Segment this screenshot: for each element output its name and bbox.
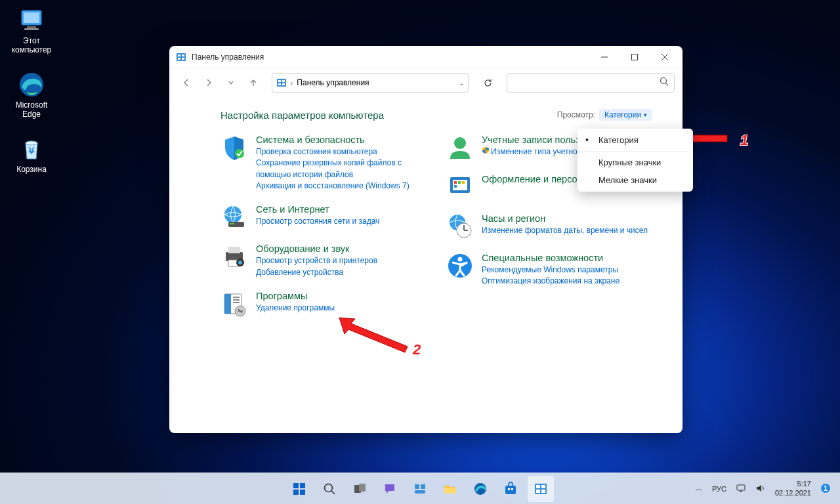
svg-rect-63 [415, 484, 419, 489]
titlebar[interactable]: Панель управления [169, 46, 682, 68]
taskbar-widgets-button[interactable] [407, 476, 433, 502]
taskbar-chat-button[interactable] [377, 476, 403, 502]
category-network: Сеть и Интернет Просмотр состояния сети … [220, 203, 427, 231]
category-link[interactable]: Просмотр состояния сети и задач [256, 216, 427, 227]
tray-notifications-icon[interactable]: 1 [820, 483, 831, 495]
svg-rect-58 [300, 490, 305, 495]
category-link[interactable]: Рекомендуемые Windows параметры [482, 264, 652, 276]
nav-toolbar: › Панель управления ⌄ [169, 68, 682, 97]
taskbar-store-button[interactable] [497, 476, 524, 502]
tray-time: 5:17 [775, 480, 811, 488]
svg-rect-19 [282, 83, 285, 85]
svg-rect-1 [24, 12, 39, 23]
svg-point-20 [661, 78, 667, 84]
category-system-security: Система и безопасность Проверка состояни… [220, 134, 427, 192]
tray-clock[interactable]: 5:17 02.12.2021 [775, 480, 811, 497]
taskbar-explorer-button[interactable] [437, 476, 463, 502]
svg-rect-35 [233, 299, 240, 301]
view-menu-item-small[interactable]: Мелкие значки [578, 171, 693, 189]
category-accessibility: Специальные возможности Рекомендуемые Wi… [446, 252, 652, 287]
svg-rect-2 [27, 26, 36, 28]
svg-point-23 [224, 206, 242, 223]
up-button[interactable] [244, 74, 262, 92]
forward-button[interactable] [200, 74, 218, 92]
tray-network-icon[interactable] [736, 484, 746, 494]
address-bar[interactable]: › Панель управления ⌄ [272, 73, 469, 93]
search-box[interactable] [507, 73, 675, 93]
taskbar-search-button[interactable] [316, 476, 343, 502]
taskbar-task-view-button[interactable] [346, 476, 373, 502]
category-title[interactable]: Программы [256, 290, 427, 303]
svg-rect-18 [278, 83, 281, 85]
system-tray[interactable]: ︿ РУС 5:17 02.12.2021 1 [696, 480, 840, 497]
svg-rect-68 [505, 486, 516, 494]
divider [583, 151, 688, 152]
category-column-left: Система и безопасность Проверка состояни… [220, 134, 427, 318]
desktop-icon-this-pc[interactable]: Этот компьютер [7, 7, 56, 54]
chevron-down-icon[interactable]: ⌄ [459, 79, 464, 87]
minimize-button[interactable] [589, 47, 620, 68]
svg-rect-15 [277, 79, 286, 87]
view-menu[interactable]: Категория Крупные значки Мелкие значки [578, 129, 693, 192]
category-link[interactable]: Просмотр устройств и принтеров [256, 255, 427, 266]
svg-rect-55 [293, 483, 299, 488]
tray-language[interactable]: РУС [712, 485, 726, 493]
chevron-right-icon: › [291, 79, 293, 87]
category-link[interactable]: Удаление программы [256, 303, 427, 314]
category-title[interactable]: Оборудование и звук [256, 243, 427, 255]
svg-rect-42 [458, 181, 461, 184]
uac-shield-icon [482, 146, 490, 158]
search-input[interactable] [513, 78, 660, 87]
taskbar-control-panel-button[interactable] [528, 476, 554, 502]
category-link[interactable]: Проверка состояния компьютера [256, 146, 427, 158]
svg-rect-7 [178, 54, 180, 56]
recent-dropdown[interactable] [222, 74, 240, 92]
refresh-button[interactable] [478, 73, 497, 93]
category-link[interactable]: Изменение форматов даты, времени и чисел [482, 225, 652, 236]
svg-rect-44 [454, 185, 457, 188]
svg-rect-64 [421, 484, 425, 489]
svg-text:1: 1 [824, 484, 828, 492]
tray-date: 02.12.2021 [775, 489, 811, 497]
category-link[interactable]: Оптимизация изображения на экране [482, 276, 652, 287]
svg-rect-57 [293, 490, 299, 495]
view-menu-item-large[interactable]: Крупные значки [578, 154, 693, 171]
desktop-icon-label: Корзина [16, 165, 47, 174]
printer-icon [220, 243, 248, 270]
svg-rect-41 [454, 181, 457, 184]
taskbar-edge-button[interactable] [467, 476, 494, 502]
taskbar[interactable]: ︿ РУС 5:17 02.12.2021 1 [0, 472, 840, 504]
tray-overflow-button[interactable]: ︿ [696, 484, 703, 494]
desktop-icon-edge[interactable]: Microsoft Edge [7, 71, 56, 119]
tray-volume-icon[interactable] [755, 484, 766, 494]
svg-rect-8 [182, 54, 184, 56]
category-title[interactable]: Специальные возможности [482, 252, 652, 264]
category-title[interactable]: Система и безопасность [256, 134, 427, 146]
recycle-bin-icon [18, 135, 45, 163]
globe-icon [220, 203, 248, 231]
svg-rect-36 [233, 302, 240, 303]
breadcrumb[interactable]: Панель управления [297, 78, 369, 87]
search-icon[interactable] [660, 77, 669, 89]
category-link[interactable]: Архивация и восстановление (Windows 7) [256, 180, 427, 192]
category-link[interactable]: Добавление устройства [256, 267, 427, 278]
svg-point-31 [238, 261, 242, 264]
category-link[interactable]: Сохранение резервных копий файлов с помо… [256, 158, 427, 180]
control-panel-icon [276, 77, 287, 88]
view-menu-item-category[interactable]: Категория [578, 131, 693, 149]
svg-rect-25 [230, 223, 232, 224]
category-title[interactable]: Часы и регион [482, 213, 652, 225]
category-clock-region: Часы и регион Изменение форматов даты, в… [446, 213, 652, 240]
back-button[interactable] [177, 74, 196, 92]
svg-rect-75 [541, 490, 545, 493]
desktop-icon-recycle-bin[interactable]: Корзина [7, 135, 56, 174]
shield-icon [220, 134, 248, 161]
svg-rect-70 [511, 488, 513, 490]
view-dropdown[interactable]: Категория [599, 109, 652, 121]
category-title[interactable]: Сеть и Интернет [256, 203, 427, 216]
maximize-button[interactable] [620, 47, 650, 68]
svg-rect-74 [536, 490, 540, 493]
svg-rect-65 [415, 490, 425, 494]
close-button[interactable] [650, 47, 680, 68]
start-button[interactable] [286, 476, 312, 502]
